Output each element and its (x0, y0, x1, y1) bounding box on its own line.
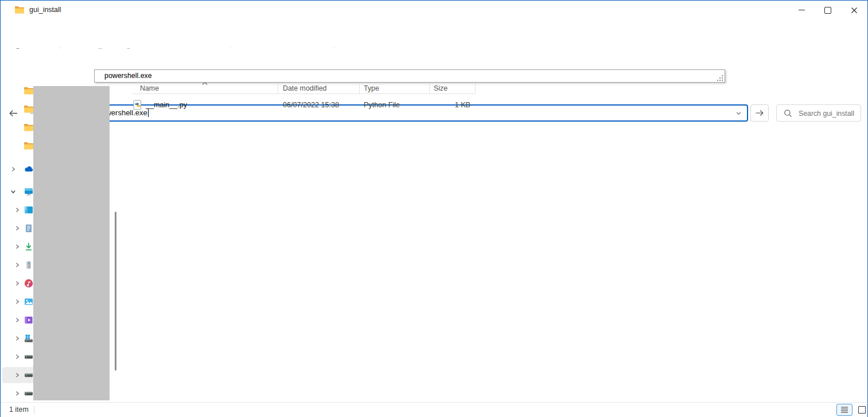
header-underline (133, 93, 475, 94)
address-autocomplete-dropdown: powershell.exe (94, 69, 725, 83)
autocomplete-suggestion[interactable]: powershell.exe (95, 70, 717, 82)
minimize-button[interactable] (788, 1, 815, 20)
explorer-window: gui_install New Sort View (0, 0, 868, 417)
column-header-date-modified[interactable]: Date modified (283, 84, 326, 92)
file-type: Python File (364, 101, 400, 109)
python-file-icon (133, 100, 143, 110)
status-separator (34, 406, 34, 414)
column-header-size[interactable]: Size (434, 84, 447, 92)
file-row[interactable]: __main__.py 06/07/2022 15:38 Python File… (121, 98, 494, 113)
details-view-icon (840, 406, 848, 414)
redaction-overlay (33, 86, 110, 400)
chevron-right-icon[interactable] (14, 354, 20, 360)
desktop-icon (24, 205, 34, 215)
drive-icon (24, 352, 34, 362)
search-box (776, 104, 861, 122)
large-icons-view-icon (858, 406, 866, 414)
chevron-right-icon[interactable] (14, 225, 20, 231)
window-title: gui_install (29, 1, 61, 19)
column-header-type[interactable]: Type (364, 84, 379, 92)
file-size: 1 KB (429, 101, 470, 109)
command-bar: New Sort View ⋯ (1, 20, 867, 49)
chevron-right-icon[interactable] (14, 207, 20, 213)
maximize-button[interactable] (815, 1, 841, 20)
music-icon (24, 278, 34, 289)
this-pc-icon (24, 186, 34, 197)
address-dropdown-icon[interactable] (735, 110, 742, 116)
column-separator[interactable] (429, 84, 430, 93)
downloads-icon (24, 241, 34, 252)
column-separator[interactable] (359, 84, 360, 93)
chevron-right-icon[interactable] (14, 391, 20, 396)
chevron-right-icon[interactable] (14, 299, 20, 305)
close-icon (851, 7, 858, 14)
file-date-modified: 06/07/2022 15:38 (283, 101, 339, 109)
large-icons-view-button[interactable] (855, 404, 868, 416)
go-button[interactable] (750, 104, 769, 122)
search-input[interactable] (797, 107, 860, 120)
window-controls (788, 1, 867, 20)
folder-icon (24, 141, 34, 151)
item-count: 1 item (9, 406, 29, 414)
column-separator[interactable] (278, 84, 278, 93)
chevron-right-icon[interactable] (14, 262, 20, 268)
file-list-header: Name Date modified Type Size (121, 83, 866, 94)
details-view-button[interactable] (836, 404, 853, 416)
status-bar: 1 item (1, 402, 867, 417)
close-button[interactable] (841, 1, 867, 20)
folder-icon (24, 122, 34, 132)
search-icon (784, 109, 792, 118)
column-header-name[interactable]: Name (140, 84, 159, 92)
chevron-right-icon[interactable] (14, 336, 20, 341)
folder-icon (24, 85, 34, 96)
documents-icon (24, 223, 34, 233)
go-icon (754, 108, 765, 118)
drive-icon (24, 388, 34, 399)
sidebar-scrollbar-thumb[interactable] (115, 212, 116, 371)
onedrive-icon (24, 164, 34, 174)
chevron-down-icon[interactable] (10, 189, 16, 194)
column-separator[interactable] (475, 84, 476, 93)
minimize-icon (799, 10, 805, 10)
chevron-right-icon[interactable] (14, 244, 20, 250)
resize-grip-icon[interactable] (717, 75, 723, 81)
windows-drive-icon (24, 333, 34, 344)
folder-icon (24, 104, 34, 114)
folder-icon (14, 5, 25, 14)
chevron-right-icon[interactable] (14, 372, 20, 378)
device-icon (24, 260, 34, 270)
chevron-right-icon[interactable] (10, 166, 16, 172)
drive-icon (24, 370, 34, 380)
chevron-right-icon[interactable] (14, 280, 20, 286)
file-name: __main__.py (146, 101, 187, 109)
pictures-icon (24, 297, 34, 307)
videos-icon (24, 315, 34, 325)
maximize-icon (824, 7, 831, 14)
chevron-right-icon[interactable] (14, 317, 20, 323)
titlebar: gui_install (1, 1, 867, 20)
